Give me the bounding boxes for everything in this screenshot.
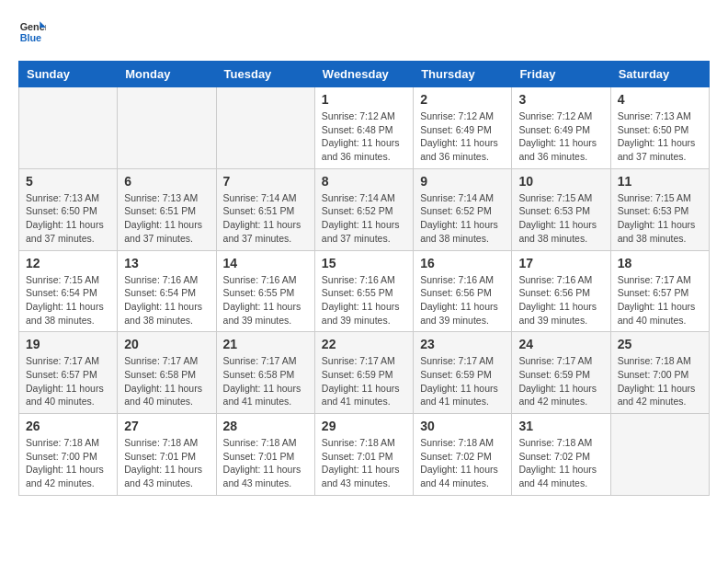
day-number: 3: [518, 92, 603, 107]
day-number: 2: [420, 92, 505, 107]
day-info: Sunrise: 7:18 AM Sunset: 7:00 PM Dayligh…: [618, 354, 702, 408]
calendar-day-cell: 28Sunrise: 7:18 AM Sunset: 7:01 PM Dayli…: [216, 414, 314, 496]
day-number: 23: [420, 337, 505, 351]
day-info: Sunrise: 7:14 AM Sunset: 6:51 PM Dayligh…: [223, 191, 308, 246]
day-info: Sunrise: 7:18 AM Sunset: 7:01 PM Dayligh…: [322, 436, 406, 490]
day-info: Sunrise: 7:18 AM Sunset: 7:00 PM Dayligh…: [26, 436, 110, 490]
day-info: Sunrise: 7:13 AM Sunset: 6:51 PM Dayligh…: [124, 191, 209, 246]
day-info: Sunrise: 7:15 AM Sunset: 6:54 PM Dayligh…: [26, 273, 110, 327]
calendar-day-cell: 15Sunrise: 7:16 AM Sunset: 6:55 PM Dayli…: [314, 250, 413, 332]
day-info: Sunrise: 7:17 AM Sunset: 6:59 PM Dayligh…: [420, 354, 505, 408]
calendar-day-cell: 26Sunrise: 7:18 AM Sunset: 7:00 PM Dayli…: [19, 414, 118, 496]
day-info: Sunrise: 7:17 AM Sunset: 6:58 PM Dayligh…: [124, 354, 209, 408]
day-number: 24: [518, 337, 603, 351]
calendar-day-cell: 7Sunrise: 7:14 AM Sunset: 6:51 PM Daylig…: [216, 168, 314, 250]
calendar-day-cell: 9Sunrise: 7:14 AM Sunset: 6:52 PM Daylig…: [414, 168, 512, 250]
calendar-day-cell: 21Sunrise: 7:17 AM Sunset: 6:58 PM Dayli…: [216, 332, 314, 414]
calendar-day-cell: 25Sunrise: 7:18 AM Sunset: 7:00 PM Dayli…: [610, 332, 709, 414]
calendar-day-cell: 31Sunrise: 7:18 AM Sunset: 7:02 PM Dayli…: [512, 414, 610, 496]
calendar-col-header: Wednesday: [314, 62, 413, 87]
calendar-week-row: 19Sunrise: 7:17 AM Sunset: 6:57 PM Dayli…: [19, 332, 710, 414]
day-number: 25: [618, 337, 702, 351]
calendar-week-row: 5Sunrise: 7:13 AM Sunset: 6:50 PM Daylig…: [19, 168, 710, 250]
day-info: Sunrise: 7:18 AM Sunset: 7:02 PM Dayligh…: [420, 436, 505, 490]
calendar-col-header: Monday: [118, 62, 216, 87]
calendar-col-header: Thursday: [414, 62, 512, 87]
day-number: 12: [26, 256, 110, 270]
calendar-week-row: 1Sunrise: 7:12 AM Sunset: 6:48 PM Daylig…: [19, 87, 710, 169]
calendar-col-header: Sunday: [19, 62, 118, 87]
day-number: 9: [420, 174, 505, 189]
day-number: 16: [420, 256, 505, 270]
calendar-day-cell: 29Sunrise: 7:18 AM Sunset: 7:01 PM Dayli…: [314, 414, 413, 496]
calendar-day-cell: 5Sunrise: 7:13 AM Sunset: 6:50 PM Daylig…: [19, 168, 118, 250]
day-number: 15: [322, 256, 406, 270]
calendar-table: SundayMondayTuesdayWednesdayThursdayFrid…: [18, 61, 710, 496]
calendar-day-cell: 24Sunrise: 7:17 AM Sunset: 6:59 PM Dayli…: [512, 332, 610, 414]
calendar-day-cell: [610, 414, 709, 496]
calendar-col-header: Saturday: [610, 62, 709, 87]
calendar-day-cell: 6Sunrise: 7:13 AM Sunset: 6:51 PM Daylig…: [118, 168, 216, 250]
calendar-day-cell: 11Sunrise: 7:15 AM Sunset: 6:53 PM Dayli…: [610, 168, 709, 250]
day-info: Sunrise: 7:12 AM Sunset: 6:49 PM Dayligh…: [518, 109, 603, 164]
calendar-day-cell: 23Sunrise: 7:17 AM Sunset: 6:59 PM Dayli…: [414, 332, 512, 414]
day-info: Sunrise: 7:12 AM Sunset: 6:48 PM Dayligh…: [322, 109, 406, 164]
day-info: Sunrise: 7:18 AM Sunset: 7:01 PM Dayligh…: [223, 436, 308, 490]
day-number: 22: [322, 337, 406, 351]
calendar-day-cell: 2Sunrise: 7:12 AM Sunset: 6:49 PM Daylig…: [414, 87, 512, 169]
day-number: 31: [518, 419, 603, 433]
day-number: 5: [26, 174, 110, 189]
calendar-day-cell: 3Sunrise: 7:12 AM Sunset: 6:49 PM Daylig…: [512, 87, 610, 169]
day-number: 26: [26, 419, 110, 433]
day-info: Sunrise: 7:14 AM Sunset: 6:52 PM Dayligh…: [420, 191, 505, 246]
day-number: 14: [223, 256, 308, 270]
day-info: Sunrise: 7:13 AM Sunset: 6:50 PM Dayligh…: [26, 191, 110, 246]
calendar-day-cell: 4Sunrise: 7:13 AM Sunset: 6:50 PM Daylig…: [610, 87, 709, 169]
svg-text:Blue: Blue: [20, 32, 41, 43]
calendar-day-cell: 20Sunrise: 7:17 AM Sunset: 6:58 PM Dayli…: [118, 332, 216, 414]
calendar-day-cell: 27Sunrise: 7:18 AM Sunset: 7:01 PM Dayli…: [118, 414, 216, 496]
day-number: 8: [322, 174, 406, 189]
calendar-col-header: Friday: [512, 62, 610, 87]
calendar-day-cell: 12Sunrise: 7:15 AM Sunset: 6:54 PM Dayli…: [19, 250, 118, 332]
day-info: Sunrise: 7:16 AM Sunset: 6:55 PM Dayligh…: [223, 273, 308, 327]
day-info: Sunrise: 7:17 AM Sunset: 6:58 PM Dayligh…: [223, 354, 308, 408]
calendar-week-row: 12Sunrise: 7:15 AM Sunset: 6:54 PM Dayli…: [19, 250, 710, 332]
day-number: 1: [322, 92, 406, 107]
day-info: Sunrise: 7:12 AM Sunset: 6:49 PM Dayligh…: [420, 109, 505, 164]
calendar-day-cell: 13Sunrise: 7:16 AM Sunset: 6:54 PM Dayli…: [118, 250, 216, 332]
day-info: Sunrise: 7:17 AM Sunset: 6:57 PM Dayligh…: [618, 273, 702, 327]
page-header: General Blue: [18, 18, 710, 46]
day-number: 28: [223, 419, 308, 433]
calendar-day-cell: 22Sunrise: 7:17 AM Sunset: 6:59 PM Dayli…: [314, 332, 413, 414]
day-info: Sunrise: 7:15 AM Sunset: 6:53 PM Dayligh…: [618, 191, 702, 246]
day-info: Sunrise: 7:16 AM Sunset: 6:54 PM Dayligh…: [124, 273, 209, 327]
day-info: Sunrise: 7:18 AM Sunset: 7:01 PM Dayligh…: [124, 436, 209, 490]
day-number: 6: [124, 174, 209, 189]
calendar-week-row: 26Sunrise: 7:18 AM Sunset: 7:00 PM Dayli…: [19, 414, 710, 496]
day-info: Sunrise: 7:13 AM Sunset: 6:50 PM Dayligh…: [618, 109, 702, 164]
logo-icon: General Blue: [18, 18, 46, 46]
day-number: 11: [618, 174, 702, 189]
day-number: 27: [124, 419, 209, 433]
calendar-day-cell: 17Sunrise: 7:16 AM Sunset: 6:56 PM Dayli…: [512, 250, 610, 332]
day-number: 13: [124, 256, 209, 270]
day-info: Sunrise: 7:17 AM Sunset: 6:59 PM Dayligh…: [322, 354, 406, 408]
day-number: 17: [518, 256, 603, 270]
calendar-day-cell: 14Sunrise: 7:16 AM Sunset: 6:55 PM Dayli…: [216, 250, 314, 332]
calendar-day-cell: 8Sunrise: 7:14 AM Sunset: 6:52 PM Daylig…: [314, 168, 413, 250]
day-info: Sunrise: 7:17 AM Sunset: 6:57 PM Dayligh…: [26, 354, 110, 408]
calendar-day-cell: 19Sunrise: 7:17 AM Sunset: 6:57 PM Dayli…: [19, 332, 118, 414]
calendar-header-row: SundayMondayTuesdayWednesdayThursdayFrid…: [19, 62, 710, 87]
day-info: Sunrise: 7:17 AM Sunset: 6:59 PM Dayligh…: [518, 354, 603, 408]
day-info: Sunrise: 7:16 AM Sunset: 6:55 PM Dayligh…: [322, 273, 406, 327]
day-info: Sunrise: 7:18 AM Sunset: 7:02 PM Dayligh…: [518, 436, 603, 490]
calendar-day-cell: 18Sunrise: 7:17 AM Sunset: 6:57 PM Dayli…: [610, 250, 709, 332]
calendar-day-cell: 1Sunrise: 7:12 AM Sunset: 6:48 PM Daylig…: [314, 87, 413, 169]
day-number: 20: [124, 337, 209, 351]
calendar-day-cell: [19, 87, 118, 169]
calendar-col-header: Tuesday: [216, 62, 314, 87]
calendar-day-cell: 10Sunrise: 7:15 AM Sunset: 6:53 PM Dayli…: [512, 168, 610, 250]
logo: General Blue: [18, 18, 46, 46]
day-number: 4: [618, 92, 702, 107]
